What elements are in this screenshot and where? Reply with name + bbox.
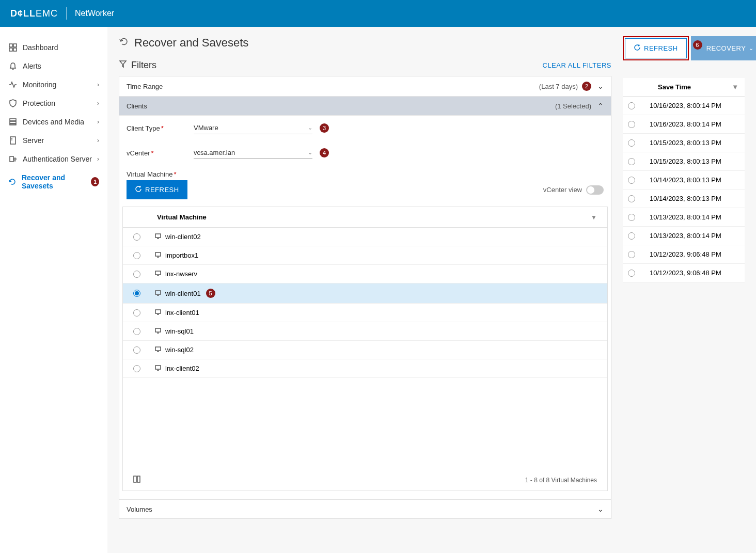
vcenter-view-toggle[interactable] [586, 185, 604, 195]
refresh-icon [135, 185, 142, 194]
save-radio[interactable] [628, 139, 635, 147]
vm-row[interactable]: win-client015 [123, 283, 607, 304]
vm-radio[interactable] [133, 233, 140, 241]
save-time-header: Save Time ▼ [623, 78, 745, 97]
client-type-select[interactable]: VMware ⌄ [194, 122, 312, 134]
vm-row[interactable]: lnx-nwserv [123, 265, 607, 283]
vm-section-label: Virtual Machine* [119, 165, 611, 180]
save-row[interactable]: 10/14/2023, 8:00:13 PM [623, 189, 745, 208]
vm-grid: Virtual Machine ▼ win-client02importbox1… [122, 207, 608, 491]
svg-rect-0 [9, 44, 12, 47]
save-row[interactable]: 10/16/2023, 8:00:14 PM [623, 97, 745, 115]
vm-icon [155, 346, 161, 354]
brand-app: NetWorker [75, 9, 114, 18]
sidebar-item-server[interactable]: Server › [0, 131, 107, 150]
vm-icon [155, 251, 161, 259]
vm-row[interactable]: lnx-client01 [123, 304, 607, 322]
sidebar-item-recover[interactable]: Recover and Savesets 1 [0, 168, 107, 195]
svg-rect-2 [9, 48, 12, 51]
sidebar-item-monitoring[interactable]: Monitoring › [0, 75, 107, 94]
top-bar: D¢LLEMC NetWorker [0, 0, 756, 27]
chevron-up-icon: ⌃ [597, 102, 604, 110]
save-row[interactable]: 10/13/2023, 8:00:14 PM [623, 208, 745, 227]
recovery-button[interactable]: 6 RECOVERY ⌄ [691, 36, 756, 60]
vm-row[interactable]: win-sql02 [123, 341, 607, 359]
vm-radio[interactable] [133, 290, 140, 297]
svg-point-11 [14, 158, 16, 160]
vcenter-label: vCenter* [127, 149, 194, 157]
save-radio[interactable] [628, 251, 635, 258]
save-time: 10/15/2023, 8:00:13 PM [650, 157, 721, 165]
save-row[interactable]: 10/13/2023, 8:00:14 PM [623, 227, 745, 245]
callout-3: 3 [320, 123, 329, 133]
vm-radio[interactable] [133, 346, 140, 354]
save-radio[interactable] [628, 195, 635, 202]
save-time: 10/14/2023, 8:00:13 PM [650, 195, 721, 202]
save-radio[interactable] [628, 214, 635, 221]
brand: D¢LLEMC [10, 8, 58, 19]
save-row[interactable]: 10/14/2023, 8:00:13 PM [623, 171, 745, 189]
clients-section[interactable]: Clients (1 Selected) ⌃ [119, 97, 611, 116]
brand-emc: EMC [36, 8, 58, 19]
svg-rect-24 [155, 347, 161, 351]
column-filter-icon[interactable]: ▼ [732, 83, 738, 91]
column-filter-icon[interactable]: ▼ [591, 214, 597, 221]
vm-radio[interactable] [133, 365, 140, 372]
refresh-vms-button[interactable]: REFRESH [127, 180, 187, 199]
vcenter-select[interactable]: vcsa.amer.lan ⌄ [194, 147, 312, 159]
sidebar-item-devices[interactable]: Devices and Media › [0, 113, 107, 131]
sidebar-item-label: Protection [23, 99, 55, 107]
vm-row[interactable]: win-sql01 [123, 322, 607, 341]
save-time: 10/12/2023, 9:06:48 PM [650, 269, 721, 277]
vm-count: 1 - 8 of 8 Virtual Machines [525, 477, 597, 484]
recover-icon [8, 178, 17, 186]
server-icon [8, 136, 18, 145]
save-row[interactable]: 10/16/2023, 8:00:14 PM [623, 115, 745, 134]
vm-radio[interactable] [133, 271, 140, 278]
callout-4: 4 [320, 148, 329, 157]
save-radio[interactable] [628, 102, 635, 109]
vm-radio[interactable] [133, 328, 140, 335]
vm-radio[interactable] [133, 252, 140, 259]
sidebar-item-auth[interactable]: Authentication Server › [0, 150, 107, 168]
svg-rect-6 [10, 124, 16, 125]
vm-radio[interactable] [133, 309, 140, 317]
save-radio[interactable] [628, 158, 635, 165]
save-radio[interactable] [628, 232, 635, 240]
sidebar-item-protection[interactable]: Protection › [0, 94, 107, 113]
save-radio[interactable] [628, 177, 635, 184]
svg-rect-26 [155, 366, 161, 369]
page-title: Recover and Savesets [119, 36, 611, 50]
vm-icon [155, 365, 161, 372]
svg-rect-4 [10, 119, 16, 121]
sidebar-item-label: Server [23, 136, 44, 145]
save-row[interactable]: 10/15/2023, 8:00:13 PM [623, 134, 745, 152]
columns-icon[interactable] [133, 476, 140, 484]
volumes-section[interactable]: Volumes ⌄ [119, 499, 611, 518]
svg-rect-22 [155, 328, 161, 332]
activity-icon [8, 81, 18, 89]
save-radio[interactable] [628, 121, 635, 128]
refresh-icon [634, 44, 641, 53]
sidebar-item-label: Alerts [23, 62, 41, 70]
sidebar-item-label: Dashboard [23, 43, 58, 52]
dashboard-icon [8, 43, 18, 52]
save-row[interactable]: 10/12/2023, 9:06:48 PM [623, 245, 745, 264]
vm-name: lnx-client02 [165, 365, 199, 372]
save-row[interactable]: 10/12/2023, 9:06:48 PM [623, 264, 745, 282]
vm-name: win-sql02 [165, 346, 194, 354]
save-time: 10/16/2023, 8:00:14 PM [650, 120, 721, 128]
sidebar-item-alerts[interactable]: Alerts [0, 57, 107, 75]
clear-filters-link[interactable]: CLEAR ALL FILTERS [543, 61, 612, 69]
sidebar-item-dashboard[interactable]: Dashboard [0, 38, 107, 57]
refresh-button[interactable]: REFRESH [625, 38, 687, 58]
svg-rect-3 [13, 48, 17, 51]
chevron-down-icon: ⌄ [597, 505, 604, 513]
save-row[interactable]: 10/15/2023, 8:00:13 PM [623, 152, 745, 171]
vm-row[interactable]: lnx-client02 [123, 359, 607, 378]
save-radio[interactable] [628, 270, 635, 277]
sidebar: Dashboard Alerts Monitoring › Protection… [0, 27, 107, 553]
vm-row[interactable]: win-client02 [123, 228, 607, 246]
vm-row[interactable]: importbox1 [123, 246, 607, 265]
time-range-section[interactable]: Time Range (Last 7 days) 2 ⌄ [119, 76, 611, 97]
